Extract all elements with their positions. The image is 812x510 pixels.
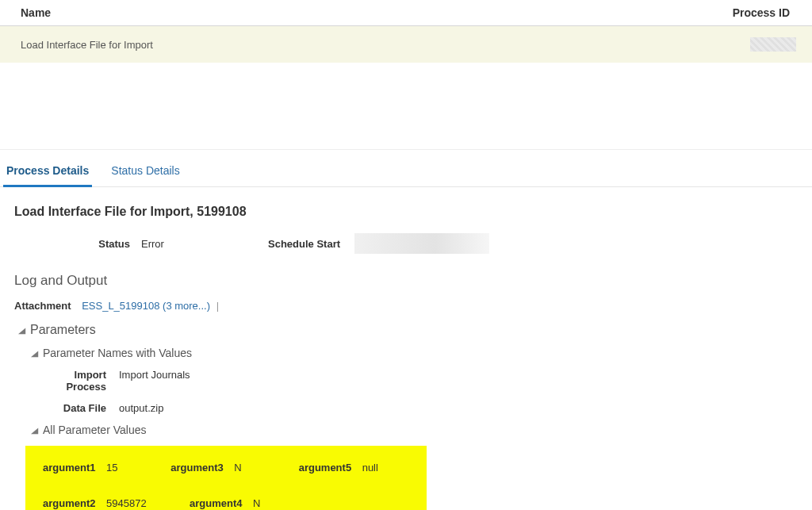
row-process-id-redacted [750, 37, 796, 52]
data-file-value: output.zip [119, 402, 163, 414]
attachment-link[interactable]: ESS_L_5199108 (3 more...) [82, 300, 210, 312]
param-row-import-process: Import Process Import Journals [32, 369, 812, 393]
arg-value: N [234, 462, 241, 474]
attachment-row: Attachment ESS_L_5199108 (3 more...) | [14, 300, 812, 312]
process-table-row[interactable]: Load Interface File for Import [0, 26, 812, 63]
parameters-heading-label: Parameters [30, 323, 96, 337]
spacer [0, 63, 812, 150]
status-value: Error [141, 238, 268, 250]
col-header-process-id: Process ID [733, 6, 796, 19]
parameters-heading[interactable]: ◢ Parameters [19, 323, 812, 337]
arg-value: null [362, 462, 378, 474]
arg-name: argument1 [43, 462, 106, 474]
import-process-value: Import Journals [119, 369, 190, 393]
parameter-names-heading[interactable]: ◢ Parameter Names with Values [32, 347, 812, 359]
attachment-separator: | [216, 300, 219, 312]
arg-value: 5945872 [106, 497, 147, 509]
collapse-icon: ◢ [31, 349, 39, 358]
data-file-label: Data File [32, 402, 119, 414]
collapse-icon: ◢ [18, 326, 26, 335]
process-table-header: Name Process ID [0, 0, 812, 26]
tab-bar: Process Details Status Details [0, 150, 812, 187]
argument2: argument2 5945872 [43, 497, 190, 509]
arg-name: argument3 [170, 462, 234, 474]
param-row-data-file: Data File output.zip [32, 402, 812, 414]
arg-name: argument2 [43, 497, 106, 509]
tab-process-details[interactable]: Process Details [3, 159, 92, 187]
attachment-label: Attachment [14, 300, 71, 312]
col-header-name: Name [21, 6, 733, 19]
process-details-panel: Load Interface File for Import, 5199108 … [0, 187, 812, 510]
arg-value: 15 [106, 462, 117, 474]
row-name: Load Interface File for Import [21, 39, 750, 51]
details-title: Load Interface File for Import, 5199108 [14, 205, 812, 219]
arg-name: argument4 [190, 497, 253, 509]
arg-name: argument5 [299, 462, 362, 474]
status-row: Status Error Schedule Start [14, 233, 812, 254]
import-process-label: Import Process [32, 369, 119, 393]
schedule-start-label: Schedule Start [268, 238, 354, 250]
schedule-start-value-redacted [354, 233, 489, 254]
arg-row-1: argument1 15 argument3 N argument5 null [25, 457, 427, 493]
status-label: Status [14, 238, 141, 250]
arg-value: N [253, 497, 260, 509]
collapse-icon: ◢ [31, 426, 39, 435]
tab-status-details[interactable]: Status Details [108, 159, 182, 186]
arg-row-2: argument2 5945872 argument4 N [25, 493, 427, 510]
argument3: argument3 N [170, 462, 298, 474]
parameter-names-heading-label: Parameter Names with Values [43, 347, 192, 359]
argument1: argument1 15 [43, 462, 170, 474]
all-parameter-values-heading[interactable]: ◢ All Parameter Values [32, 424, 812, 436]
arguments-highlight: argument1 15 argument3 N argument5 null … [25, 446, 427, 510]
argument4: argument4 N [190, 497, 336, 509]
argument5: argument5 null [299, 462, 427, 474]
log-and-output-heading: Log and Output [14, 273, 812, 289]
all-parameter-values-heading-label: All Parameter Values [43, 424, 146, 436]
